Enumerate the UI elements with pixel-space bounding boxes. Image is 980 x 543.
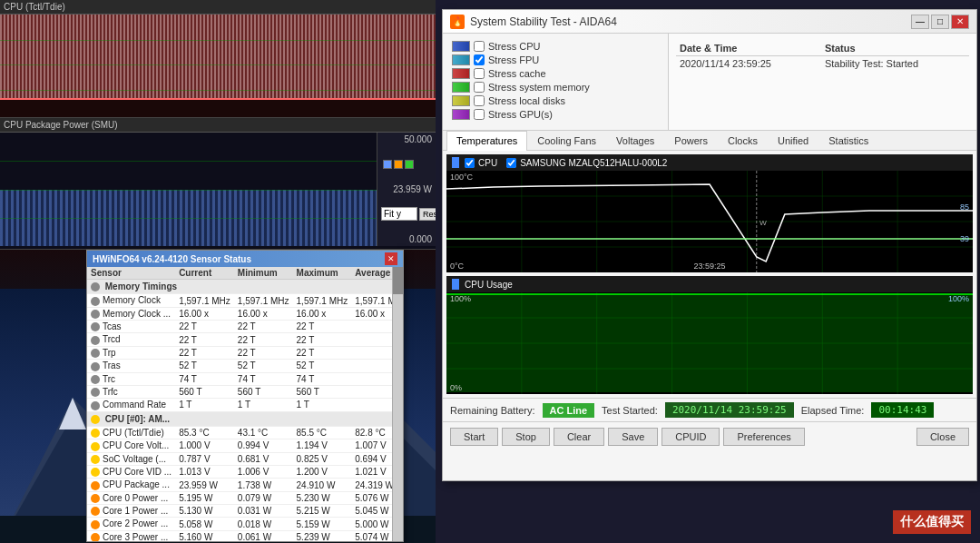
disks-stress-icon: [452, 95, 470, 106]
power-graph-main: [0, 133, 377, 246]
chart2-indicator: [452, 279, 459, 290]
stress-gpu-row[interactable]: Stress GPU(s): [452, 109, 659, 120]
stress-cpu-checkbox[interactable]: [474, 41, 485, 52]
action-buttons-bar[interactable]: Start Stop Clear Save CPUID Preferences …: [443, 421, 976, 451]
aida64-window: 🔥 System Stability Test - AIDA64 — □ ✕ S…: [442, 9, 977, 481]
tab-cooling-fans[interactable]: Cooling Fans: [527, 131, 606, 150]
tab-voltages[interactable]: Voltages: [606, 131, 664, 150]
sensor-current: 0.787 V: [175, 452, 234, 465]
reset-button[interactable]: Reset: [419, 208, 436, 221]
hwinfo-title: HWiNFO64 v6.24-4120 Sensor Status: [93, 254, 251, 264]
tab-statistics[interactable]: Statistics: [818, 131, 878, 150]
aida64-titlebar: 🔥 System Stability Test - AIDA64 — □ ✕: [443, 10, 976, 34]
sensor-current: 74 T: [175, 372, 234, 385]
stress-fpu-label: Stress FPU: [488, 54, 539, 65]
chart1-indicator: [452, 157, 459, 168]
stress-cache-row[interactable]: Stress cache: [452, 68, 659, 79]
tab-powers[interactable]: Powers: [664, 131, 718, 150]
stress-fpu-checkbox[interactable]: [474, 54, 485, 65]
save-button[interactable]: Save: [608, 428, 658, 446]
tab-bar[interactable]: Temperatures Cooling Fans Voltages Power…: [443, 131, 976, 151]
sensor-icon: [91, 429, 100, 438]
stop-button[interactable]: Stop: [502, 428, 550, 446]
close-button[interactable]: Close: [916, 428, 969, 446]
table-row: Core 1 Power ... 5.130 W 0.031 W 5.215 W…: [87, 505, 403, 518]
table-row: Command Rate 1 T 1 T 1 T: [87, 399, 403, 411]
table-row: Core 2 Power ... 5.058 W 0.018 W 5.159 W…: [87, 518, 403, 530]
sensor-min: 43.1 °C: [234, 426, 293, 439]
memory-section-icon: [91, 282, 100, 291]
hwinfo-table-scroll[interactable]: Sensor Current Minimum Maximum Average M…: [87, 267, 403, 541]
sensor-min: 52 T: [234, 360, 293, 372]
samsung-chart-checkbox[interactable]: [506, 158, 516, 168]
hwinfo-close-button[interactable]: ✕: [385, 252, 397, 265]
table-row: Trfc 560 T 560 T 560 T: [87, 385, 403, 398]
chart1-samsung-checkbox[interactable]: SAMSUNG MZALQ512HALU-000L2: [506, 158, 667, 168]
stress-disks-row[interactable]: Stress local disks: [452, 95, 659, 106]
power-input-row[interactable]: Reset: [381, 207, 432, 221]
table-row: Memory Clock ... 16.00 x 16.00 x 16.00 x…: [87, 307, 403, 320]
start-button[interactable]: Start: [450, 428, 498, 446]
sensor-max: 74 T: [293, 372, 352, 385]
sensor-name: Trp: [87, 346, 175, 359]
sensor-name: Core 0 Power ...: [87, 491, 175, 504]
col-maximum: Maximum: [293, 267, 352, 280]
sensor-name: Trc: [87, 372, 175, 385]
chart1-value-39: 39: [960, 234, 969, 243]
svg-rect-29: [446, 294, 973, 392]
cpu-chart-checkbox[interactable]: [465, 158, 475, 168]
tab-temperatures[interactable]: Temperatures: [446, 131, 527, 151]
sensor-name: SoC Voltage (...: [87, 452, 175, 465]
table-row: Core 0 Power ... 5.195 W 0.079 W 5.230 W…: [87, 491, 403, 504]
tab-clocks[interactable]: Clocks: [718, 131, 768, 150]
aida64-title-left: 🔥 System Stability Test - AIDA64: [450, 15, 617, 29]
stress-disks-checkbox[interactable]: [474, 95, 485, 106]
stress-gpu-label: Stress GPU(s): [488, 109, 553, 120]
power-min-value: 0.000: [381, 234, 432, 244]
sensor-icon: [91, 455, 100, 464]
sensor-current: 16.00 x: [175, 307, 234, 320]
clear-button[interactable]: Clear: [554, 428, 604, 446]
table-row: CPU (Tctl/Tdie) 85.3 °C 43.1 °C 85.5 °C …: [87, 426, 403, 439]
fit-y-input[interactable]: [381, 207, 417, 221]
scroll-indicator[interactable]: [392, 267, 403, 541]
stress-fpu-row[interactable]: Stress FPU: [452, 54, 659, 65]
maximize-button[interactable]: □: [931, 15, 949, 29]
close-window-button[interactable]: ✕: [951, 15, 969, 29]
sensor-name: CPU Package ...: [87, 479, 175, 491]
stress-cache-checkbox[interactable]: [474, 68, 485, 79]
stress-gpu-checkbox[interactable]: [474, 109, 485, 120]
sensor-max: 24.910 W: [293, 479, 352, 491]
aida64-app-icon: 🔥: [450, 15, 465, 29]
chart1-cpu-checkbox[interactable]: CPU: [465, 158, 497, 168]
cpuid-button[interactable]: CPUID: [662, 428, 720, 446]
sensor-name: Memory Clock: [87, 294, 175, 307]
stress-memory-row[interactable]: Stress system memory: [452, 82, 659, 93]
table-row: CPU Package ... 23.959 W 1.738 W 24.910 …: [87, 479, 403, 491]
preferences-button[interactable]: Preferences: [723, 428, 804, 446]
stress-cpu-row[interactable]: Stress CPU: [452, 41, 659, 52]
chart1-label-bottom: 0°C: [450, 262, 464, 271]
sensor-icon: [91, 533, 100, 541]
sensor-max: 22 T: [293, 321, 352, 333]
hwinfo-titlebar: HWiNFO64 v6.24-4120 Sensor Status ✕: [87, 251, 403, 267]
tab-unified[interactable]: Unified: [768, 131, 818, 150]
sensor-name: Memory Clock ...: [87, 307, 175, 320]
sensor-current: 85.3 °C: [175, 426, 234, 439]
stress-memory-checkbox[interactable]: [474, 82, 485, 93]
sensor-name: CPU Core VID ...: [87, 466, 175, 479]
sensor-max: 22 T: [293, 346, 352, 359]
col-current: Current: [175, 267, 234, 280]
sensor-current: 5.160 W: [175, 530, 234, 541]
scroll-thumb[interactable]: [393, 267, 403, 294]
sensor-min: 22 T: [234, 333, 293, 346]
color-sq-orange: [394, 160, 403, 169]
stress-cache-label: Stress cache: [488, 68, 546, 79]
grid-h2: [0, 64, 436, 65]
sensor-current: 5.130 W: [175, 505, 234, 518]
sensor-max: 5.230 W: [293, 491, 352, 504]
minimize-button[interactable]: —: [911, 15, 929, 29]
window-controls[interactable]: — □ ✕: [911, 15, 969, 29]
sensor-max: 5.159 W: [293, 518, 352, 530]
stress-cpu-label: Stress CPU: [488, 41, 540, 52]
